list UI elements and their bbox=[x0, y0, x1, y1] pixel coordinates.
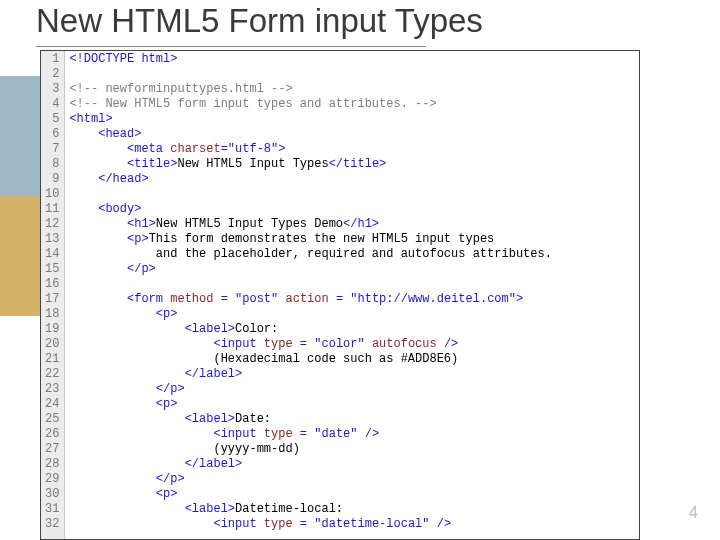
code-line: <meta charset="utf-8"> bbox=[69, 142, 635, 157]
code-line: <html> bbox=[69, 112, 635, 127]
code-line: </p> bbox=[69, 472, 635, 487]
code-line: <p> bbox=[69, 397, 635, 412]
line-number: 24 bbox=[45, 397, 59, 412]
code-line: <!-- newforminputtypes.html --> bbox=[69, 82, 635, 97]
code-line: <form method = "post" action = "http://w… bbox=[69, 292, 635, 307]
line-number: 28 bbox=[45, 457, 59, 472]
code-line: </label> bbox=[69, 457, 635, 472]
code-line: <p> bbox=[69, 307, 635, 322]
line-number: 3 bbox=[45, 82, 59, 97]
line-number-gutter: 1234567891011121314151617181920212223242… bbox=[41, 51, 65, 539]
code-line: <!DOCTYPE html> bbox=[69, 52, 635, 67]
line-number: 13 bbox=[45, 232, 59, 247]
sidebar-accent-gold bbox=[0, 196, 40, 316]
line-number: 17 bbox=[45, 292, 59, 307]
line-number: 7 bbox=[45, 142, 59, 157]
code-line: </label> bbox=[69, 367, 635, 382]
line-number: 4 bbox=[45, 97, 59, 112]
line-number: 32 bbox=[45, 517, 59, 532]
code-line: <input type = "color" autofocus /> bbox=[69, 337, 635, 352]
line-number: 8 bbox=[45, 157, 59, 172]
line-number: 26 bbox=[45, 427, 59, 442]
line-number: 14 bbox=[45, 247, 59, 262]
line-number: 20 bbox=[45, 337, 59, 352]
code-line: </p> bbox=[69, 382, 635, 397]
line-number: 12 bbox=[45, 217, 59, 232]
code-line bbox=[69, 67, 635, 82]
code-line: <title>New HTML5 Input Types</title> bbox=[69, 157, 635, 172]
line-number: 16 bbox=[45, 277, 59, 292]
line-number: 2 bbox=[45, 67, 59, 82]
line-number: 29 bbox=[45, 472, 59, 487]
code-line: <label>Datetime-local: bbox=[69, 502, 635, 517]
line-number: 19 bbox=[45, 322, 59, 337]
code-line: <label>Color: bbox=[69, 322, 635, 337]
code-line: <head> bbox=[69, 127, 635, 142]
code-line: </p> bbox=[69, 262, 635, 277]
line-number: 15 bbox=[45, 262, 59, 277]
code-line: <h1>New HTML5 Input Types Demo</h1> bbox=[69, 217, 635, 232]
line-number: 31 bbox=[45, 502, 59, 517]
title-block: New HTML5 Form input Types bbox=[36, 2, 680, 47]
code-content: <!DOCTYPE html> <!-- newforminputtypes.h… bbox=[65, 51, 639, 539]
line-number: 9 bbox=[45, 172, 59, 187]
code-line: and the placeholder, required and autofo… bbox=[69, 247, 635, 262]
line-number: 6 bbox=[45, 127, 59, 142]
code-line: (yyyy-mm-dd) bbox=[69, 442, 635, 457]
line-number: 18 bbox=[45, 307, 59, 322]
line-number: 21 bbox=[45, 352, 59, 367]
sidebar-accent-blue bbox=[0, 76, 40, 196]
code-line: </head> bbox=[69, 172, 635, 187]
title-underline bbox=[36, 46, 426, 47]
line-number: 27 bbox=[45, 442, 59, 457]
code-line: <p> bbox=[69, 487, 635, 502]
page-number: 4 bbox=[689, 504, 698, 522]
line-number: 10 bbox=[45, 187, 59, 202]
slide: New HTML5 Form input Types 1234567891011… bbox=[0, 0, 720, 540]
code-line bbox=[69, 277, 635, 292]
code-line: <body> bbox=[69, 202, 635, 217]
slide-title: New HTML5 Form input Types bbox=[36, 2, 680, 44]
line-number: 22 bbox=[45, 367, 59, 382]
code-editor: 1234567891011121314151617181920212223242… bbox=[40, 50, 640, 540]
line-number: 5 bbox=[45, 112, 59, 127]
line-number: 11 bbox=[45, 202, 59, 217]
code-line: <p>This form demonstrates the new HTML5 … bbox=[69, 232, 635, 247]
line-number: 30 bbox=[45, 487, 59, 502]
line-number: 25 bbox=[45, 412, 59, 427]
code-line bbox=[69, 187, 635, 202]
code-line: <!-- New HTML5 form input types and attr… bbox=[69, 97, 635, 112]
code-line: (Hexadecimal code such as #ADD8E6) bbox=[69, 352, 635, 367]
code-line: <input type = "datetime-local" /> bbox=[69, 517, 635, 532]
code-line: <label>Date: bbox=[69, 412, 635, 427]
line-number: 1 bbox=[45, 52, 59, 67]
line-number: 23 bbox=[45, 382, 59, 397]
code-line: <input type = "date" /> bbox=[69, 427, 635, 442]
